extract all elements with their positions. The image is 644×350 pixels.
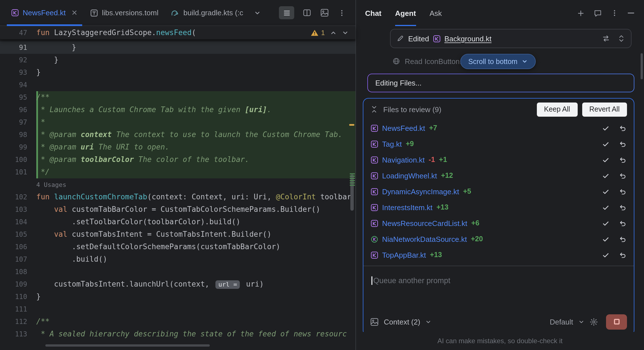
split-editor-icon[interactable] xyxy=(303,8,311,17)
revert-file-undo-icon[interactable] xyxy=(619,156,626,163)
tab-build-gradle[interactable]: build.gradle.kts (:c xyxy=(165,0,249,25)
hidden-tabs-chevron-icon[interactable] xyxy=(254,9,261,16)
keep-file-check-icon[interactable] xyxy=(602,204,609,211)
revert-file-undo-icon[interactable] xyxy=(619,235,626,243)
file-name-link[interactable]: LoadingWheel.kt xyxy=(382,171,437,180)
chat-options-kebab-icon[interactable] xyxy=(611,9,618,17)
keep-file-check-icon[interactable] xyxy=(602,156,609,163)
tab-libs-versions[interactable]: libs.versions.toml xyxy=(84,0,164,25)
code-line[interactable]: 93} xyxy=(0,66,355,79)
code-line[interactable]: 95/** xyxy=(0,91,355,104)
revert-file-undo-icon[interactable] xyxy=(619,188,626,195)
code-line[interactable]: 107 .build() xyxy=(0,253,355,266)
file-row[interactable]: LoadingWheel.kt+12 xyxy=(363,168,634,183)
tab-newsfeed[interactable]: NewsFeed.kt ✕ xyxy=(6,0,83,25)
file-name-link[interactable]: NewsResourceCardList.kt xyxy=(382,219,467,227)
code-line[interactable]: 92 } xyxy=(0,54,355,66)
code-line[interactable]: 111 xyxy=(0,303,355,315)
file-row[interactable]: DynamicAsyncImage.kt+5 xyxy=(363,183,634,199)
chat-scrollbar[interactable] xyxy=(641,53,643,79)
editor-horizontal-scrollbar[interactable] xyxy=(45,344,210,347)
code-line[interactable]: 110} xyxy=(0,291,355,303)
usages-inlay-hint[interactable]: 4 Usages xyxy=(36,181,66,189)
code-line[interactable]: 105 val customTabsIntent = CustomTabsInt… xyxy=(0,228,355,241)
model-selector-label[interactable]: Default xyxy=(550,317,573,326)
code-line[interactable]: 112/** xyxy=(0,315,355,328)
file-row[interactable]: NiaNetworkDataSource.kt+20 xyxy=(363,231,634,247)
code-line[interactable]: 103 val customTabBarColor = CustomTabCol… xyxy=(0,203,355,216)
editor-error-stripe[interactable] xyxy=(349,40,355,343)
revert-all-button[interactable]: Revert All xyxy=(582,102,627,116)
model-chevron-down-icon[interactable] xyxy=(578,319,584,325)
file-row[interactable]: NewsFeed.kt+7 xyxy=(363,120,634,136)
stripe-warning-mark[interactable] xyxy=(349,124,354,126)
code-line[interactable]: 97 * xyxy=(0,116,355,129)
editor-options-kebab-icon[interactable] xyxy=(338,9,346,17)
close-tab-icon[interactable]: ✕ xyxy=(71,9,78,16)
preview-image-icon[interactable] xyxy=(320,8,329,17)
show-diff-icon[interactable] xyxy=(602,35,610,42)
code-line[interactable]: 98 * @param context The context to use t… xyxy=(0,129,355,141)
code-line[interactable]: 91 } xyxy=(0,41,355,54)
scroll-to-bottom-button[interactable]: Scroll to bottom xyxy=(460,54,536,69)
revert-file-undo-icon[interactable] xyxy=(619,140,626,148)
keep-file-check-icon[interactable] xyxy=(602,188,609,195)
tab-ask[interactable]: Ask xyxy=(429,0,442,26)
file-row[interactable]: NewsResourceCardList.kt+6 xyxy=(363,215,634,231)
code-line[interactable]: 113 * A sealed hierarchy describing the … xyxy=(0,328,355,340)
keep-all-button[interactable]: Keep All xyxy=(537,102,577,116)
file-name-link[interactable]: InterestsItem.kt xyxy=(382,203,433,212)
code-line[interactable]: 108 xyxy=(0,266,355,278)
revert-file-undo-icon[interactable] xyxy=(619,172,626,179)
code-line[interactable]: 102fun launchCustomChromeTab(context: Co… xyxy=(0,191,355,203)
file-row[interactable]: InterestsItem.kt+13 xyxy=(363,199,634,215)
minimize-panel-icon[interactable] xyxy=(627,9,635,17)
chat-message-area[interactable]: Edited Background.kt xyxy=(356,26,644,332)
file-row[interactable]: Tag.kt+9 xyxy=(363,136,634,152)
warning-badge[interactable]: 1 xyxy=(311,29,325,37)
file-name-link[interactable]: DynamicAsyncImage.kt xyxy=(382,187,459,196)
revert-file-undo-icon[interactable] xyxy=(619,204,626,211)
prev-problem-chevron-up-icon[interactable] xyxy=(330,29,337,36)
keep-file-check-icon[interactable] xyxy=(602,251,609,259)
context-chevron-down-icon[interactable] xyxy=(425,319,432,325)
file-name-link[interactable]: TopAppBar.kt xyxy=(382,251,426,259)
context-selector-label[interactable]: Context (2) xyxy=(384,317,420,326)
tab-chat[interactable]: Chat xyxy=(365,0,382,26)
keep-file-check-icon[interactable] xyxy=(602,124,609,132)
code-line[interactable]: 109 customTabsIntent.launchUrl(context, … xyxy=(0,278,355,291)
expand-card-icon[interactable] xyxy=(617,35,625,42)
file-name-link[interactable]: NewsFeed.kt xyxy=(382,124,425,132)
code-line[interactable]: 104 .setToolbarColor(toolbarColor).build… xyxy=(0,216,355,228)
file-name-link[interactable]: NiaNetworkDataSource.kt xyxy=(382,235,467,243)
prompt-input[interactable]: Queue another prompt xyxy=(363,266,634,311)
collapse-all-icon[interactable] xyxy=(370,105,378,113)
code-line[interactable]: 106 .setDefaultColorSchemeParams(customT… xyxy=(0,241,355,253)
code-line[interactable]: 94 xyxy=(0,79,355,91)
file-name-link[interactable]: Navigation.kt xyxy=(382,155,425,164)
settings-gear-icon[interactable] xyxy=(590,317,598,326)
keep-file-check-icon[interactable] xyxy=(602,140,609,148)
inlay-hint-row[interactable]: 4 Usages xyxy=(0,178,355,191)
code-line[interactable]: 96 * Launches a Custom Chrome Tab with t… xyxy=(0,104,355,116)
code-line[interactable]: 101 */ xyxy=(0,166,355,178)
file-name-link[interactable]: Tag.kt xyxy=(382,140,402,148)
edited-file-link[interactable]: Background.kt xyxy=(444,34,492,43)
attach-image-icon[interactable] xyxy=(370,317,379,326)
revert-file-undo-icon[interactable] xyxy=(619,251,626,259)
stop-button[interactable] xyxy=(606,314,627,329)
tab-agent[interactable]: Agent xyxy=(395,0,416,26)
stripe-added-mark[interactable] xyxy=(350,173,355,187)
edited-file-card[interactable]: Edited Background.kt xyxy=(390,29,632,48)
structure-view-toggle[interactable] xyxy=(279,6,294,19)
code-line[interactable]: 99 * @param uri The URI to open. xyxy=(0,141,355,153)
code-line[interactable]: 100 * @param toolbarColor The color of t… xyxy=(0,153,355,166)
keep-file-check-icon[interactable] xyxy=(602,172,609,179)
revert-file-undo-icon[interactable] xyxy=(619,124,626,132)
next-problem-chevron-down-icon[interactable] xyxy=(342,29,349,36)
chat-history-icon[interactable] xyxy=(594,9,602,17)
new-chat-plus-icon[interactable] xyxy=(577,9,585,17)
keep-file-check-icon[interactable] xyxy=(602,235,609,243)
revert-file-undo-icon[interactable] xyxy=(619,219,626,227)
code-editor[interactable]: 91 }92 }93}9495/**96 * Launches a Custom… xyxy=(0,40,355,350)
